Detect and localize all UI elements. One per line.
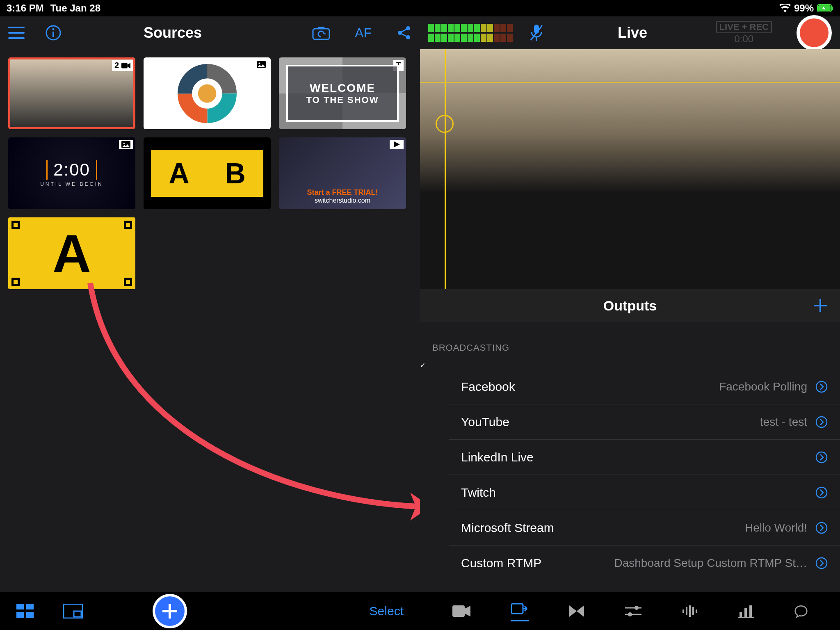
svg-point-47 [635,606,639,610]
svg-rect-3 [8,27,25,28]
svg-rect-30 [74,611,81,617]
live-pane: Live LIVE + REC 0:00 Outputs BROADCASTIN… [420,16,840,630]
status-time: 3:16 PM [7,2,44,14]
status-bar: 3:16 PM Tue Jan 28 99% [0,0,840,16]
svg-rect-44 [452,605,465,617]
output-row-youtube[interactable]: YouTube test - test [449,404,840,440]
camera-flip-icon[interactable] [312,25,330,40]
menu-icon[interactable] [8,27,25,39]
mic-mute-icon[interactable] [529,24,544,42]
grid-view-icon[interactable] [16,604,34,619]
svg-line-13 [401,29,407,32]
svg-point-39 [816,417,827,427]
svg-point-8 [52,28,55,30]
source-tile-welcome-title[interactable]: T WELCOME TO THE SHOW [279,57,406,129]
live-rec-indicator: LIVE + REC 0:00 [716,21,772,45]
svg-point-41 [816,487,827,498]
status-date: Tue Jan 28 [50,2,100,14]
chevron-right-icon [815,522,828,534]
live-header: Live LIVE + REC 0:00 [420,16,840,49]
svg-rect-7 [52,32,54,37]
svg-rect-2 [832,7,833,10]
broadcasting-section-label: BROADCASTING [420,322,840,361]
tile-badge-camera-count: 2 [112,60,133,71]
svg-rect-32 [162,610,177,612]
chevron-right-icon [815,451,828,463]
chevron-right-icon [815,381,828,393]
tab-camera-icon[interactable] [452,605,470,618]
svg-rect-45 [511,604,523,614]
svg-point-43 [816,558,827,568]
svg-rect-52 [689,605,691,617]
sources-title: Sources [144,24,202,41]
output-row-facebook[interactable]: Facebook Facebook Polling [449,369,840,404]
svg-rect-54 [696,609,697,613]
svg-rect-5 [8,37,25,39]
add-source-button[interactable] [153,594,187,628]
tab-analytics-icon[interactable] [738,605,754,618]
live-footer-tabs [420,592,840,630]
svg-line-14 [401,34,407,37]
sources-pane: Sources AF 2 [0,16,420,630]
video-type-icon [390,140,404,149]
sources-header: Sources AF [0,16,420,49]
svg-rect-53 [692,607,694,615]
source-tile-promo-video[interactable]: Start a FREE TRIAL! switcherstudio.com [279,137,406,209]
info-icon[interactable] [45,25,62,41]
check-icon: ✓ [420,362,425,369]
audio-meter [428,24,513,42]
status-battery-pct: 99% [794,2,814,14]
output-row-linkedin[interactable]: LinkedIn Live [449,440,840,475]
live-preview[interactable] [420,49,840,289]
record-button[interactable] [797,15,832,50]
svg-rect-55 [740,612,742,617]
outputs-list: ✓ Facebook Facebook Polling YouTube test… [420,361,840,581]
svg-rect-25 [16,604,24,609]
chevron-right-icon [815,557,828,569]
outputs-title: Outputs [603,298,657,314]
svg-point-40 [816,452,827,463]
share-icon[interactable] [396,25,412,41]
svg-rect-28 [26,612,34,618]
source-tile-ab-multiview[interactable]: A B [144,137,271,209]
wifi-icon [779,4,791,13]
battery-icon [817,4,833,12]
tab-audio-icon[interactable] [682,605,698,618]
source-tile-infographic[interactable] [144,57,271,129]
svg-rect-50 [682,609,684,613]
autofocus-button[interactable]: AF [355,25,372,41]
svg-rect-27 [16,612,24,618]
add-output-button[interactable] [813,298,828,313]
svg-rect-37 [814,305,827,306]
source-tile-countdown[interactable]: 2:00 UNTIL WE BEGIN [8,137,135,209]
source-tile-camera[interactable]: 2 [8,57,135,129]
source-tile-a-overlay[interactable]: A [8,217,135,289]
tab-sliders-icon[interactable] [625,605,641,618]
image-type-icon [254,60,268,69]
output-row-twitch[interactable]: Twitch [449,475,840,510]
svg-rect-4 [8,32,25,34]
output-row-custom-rtmp[interactable]: Custom RTMP Dashboard Setup Custom RTMP … [449,546,840,581]
svg-rect-51 [686,607,687,615]
tab-outputs-icon[interactable] [511,601,529,621]
tab-transition-icon[interactable] [568,605,585,618]
svg-point-42 [816,523,827,533]
sources-footer: Select [0,592,420,630]
output-row-microsoft-stream[interactable]: Microsoft Stream Hello World! [449,510,840,546]
svg-point-22 [198,84,217,103]
svg-rect-26 [26,604,34,609]
svg-point-17 [259,62,260,64]
chevron-right-icon [815,416,828,428]
svg-rect-9 [313,29,329,39]
live-title: Live [618,24,647,41]
select-button[interactable]: Select [370,604,404,618]
svg-rect-57 [749,605,752,617]
sources-grid: 2 T WELCO [0,49,420,297]
svg-rect-15 [121,63,128,68]
svg-point-38 [816,381,827,392]
tab-chat-icon[interactable] [794,605,808,618]
chevron-right-icon [815,486,828,499]
layout-view-icon[interactable] [63,604,83,619]
svg-point-49 [628,612,632,616]
outputs-header: Outputs [420,289,840,322]
